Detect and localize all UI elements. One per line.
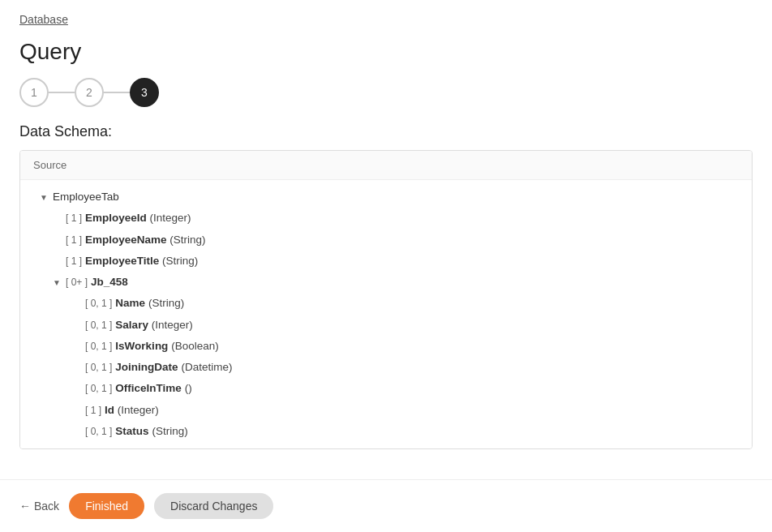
page-title: Query	[0, 32, 772, 78]
fieldname-isworking: IsWorking	[115, 338, 168, 354]
cardinality-employeeid: [ 1 ]	[66, 211, 82, 225]
schema-source-label: Source	[20, 151, 752, 180]
tree-root-node: ▼ EmployeeTab	[20, 187, 752, 208]
fieldtype-officeintime: ()	[185, 380, 192, 397]
cardinality-officeintime: [ 0, 1 ]	[85, 381, 112, 396]
fieldtype-name: (String)	[148, 295, 184, 311]
field-officeintime: [ 0, 1 ] OfficeInTime ()	[20, 378, 752, 399]
fieldtype-joiningdate: (Datetime)	[181, 359, 232, 375]
step-2[interactable]: 2	[75, 78, 104, 107]
back-arrow-icon: ←	[19, 500, 31, 513]
finished-button[interactable]: Finished	[69, 493, 144, 519]
fieldname-name: Name	[115, 295, 145, 311]
field-employeename: [ 1 ] EmployeeName (String)	[20, 230, 752, 251]
fieldtype-employeename: (String)	[169, 232, 205, 248]
childnode-name: Jb_458	[91, 274, 128, 290]
cardinality-employeename: [ 1 ]	[66, 233, 82, 247]
breadcrumb-link[interactable]: Database	[19, 13, 68, 26]
fieldtype-employeetitle: (String)	[162, 253, 198, 269]
cardinality-jb458: [ 0+ ]	[66, 275, 88, 290]
chevron-employeetab[interactable]: ▼	[40, 191, 53, 204]
discard-changes-button[interactable]: Discard Changes	[154, 493, 273, 519]
fieldname-employeetitle: EmployeeTitle	[85, 253, 159, 269]
fieldname-officeintime: OfficeInTime	[115, 380, 182, 397]
cardinality-salary: [ 0, 1 ]	[85, 318, 112, 332]
field-id: [ 1 ] Id (Integer)	[20, 400, 752, 421]
fieldtype-employeeid: (Integer)	[150, 210, 191, 226]
fieldtype-isworking: (Boolean)	[171, 338, 219, 354]
field-isworking: [ 0, 1 ] IsWorking (Boolean)	[20, 336, 752, 357]
schema-panel: Source ▼ EmployeeTab [ 1 ] EmployeeId (I…	[19, 150, 753, 449]
fieldname-status: Status	[115, 423, 148, 440]
step-connector-1	[49, 92, 75, 93]
fieldname-salary: Salary	[115, 317, 148, 333]
back-button[interactable]: ← Back	[19, 500, 59, 513]
footer: ← Back Finished Discard Changes	[0, 479, 772, 532]
step-3[interactable]: 3	[130, 78, 159, 107]
breadcrumb: Database	[0, 0, 772, 32]
fieldname-employeename: EmployeeName	[85, 232, 167, 248]
cardinality-status: [ 0, 1 ]	[85, 424, 112, 439]
cardinality-id: [ 1 ]	[85, 403, 101, 418]
root-node-name: EmployeeTab	[53, 189, 119, 205]
chevron-jb458[interactable]: ▼	[53, 277, 66, 289]
field-name: [ 0, 1 ] Name (String)	[20, 293, 752, 314]
child-node-jb458: ▼ [ 0+ ] Jb_458	[20, 272, 752, 293]
section-label: Data Schema:	[0, 123, 772, 150]
fieldname-joiningdate: JoiningDate	[115, 359, 178, 375]
field-joiningdate: [ 0, 1 ] JoiningDate (Datetime)	[20, 357, 752, 378]
fieldtype-salary: (Integer)	[152, 317, 193, 333]
fieldname-employeeid: EmployeeId	[85, 210, 147, 226]
step-1[interactable]: 1	[19, 78, 49, 107]
cardinality-isworking: [ 0, 1 ]	[85, 339, 112, 354]
cardinality-name: [ 0, 1 ]	[85, 296, 112, 311]
schema-content: ▼ EmployeeTab [ 1 ] EmployeeId (Integer)…	[20, 180, 752, 448]
fieldname-id: Id	[105, 402, 114, 418]
field-salary: [ 0, 1 ] Salary (Integer)	[20, 315, 752, 336]
field-employeetitle: [ 1 ] EmployeeTitle (String)	[20, 251, 752, 272]
field-employeeid: [ 1 ] EmployeeId (Integer)	[20, 208, 752, 229]
cardinality-joiningdate: [ 0, 1 ]	[85, 360, 112, 375]
cardinality-employeetitle: [ 1 ]	[66, 254, 82, 268]
step-connector-2	[104, 92, 130, 93]
fieldtype-status: (String)	[152, 423, 187, 440]
steps-container: 1 2 3	[0, 78, 772, 123]
field-status: [ 0, 1 ] Status (String)	[20, 421, 752, 442]
fieldtype-id: (Integer)	[118, 402, 159, 418]
